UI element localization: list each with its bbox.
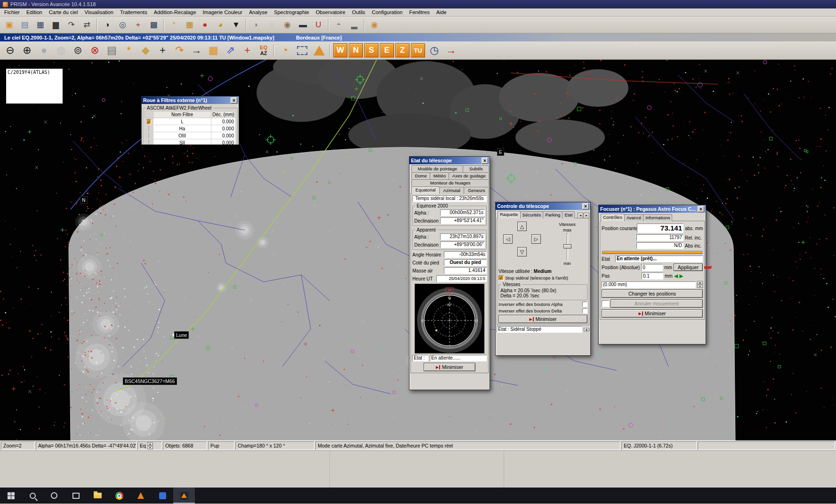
slider-thumb[interactable] [563,244,571,248]
expand-star-icon[interactable]: * [121,43,137,58]
minimize-button[interactable]: ▶ Minimiser [602,309,703,318]
tab-dome[interactable]: Dome [411,172,430,179]
zoom-in-icon[interactable]: ⊕ [19,43,35,58]
focuser-titlebar[interactable]: Focuser (n°1) : Pegasus Astro Focus C...… [599,205,706,213]
chart-icon[interactable]: ⇗ [223,43,238,58]
donut-icon[interactable]: ◕ [213,18,228,32]
tab-geneurs[interactable]: Geneurs [464,187,489,194]
zenith-button[interactable]: Z [395,43,410,57]
telescope-state-titlebar[interactable]: Etat du télescope × [410,157,490,164]
tab-parking[interactable]: Parking [543,211,563,218]
preview-monitor-icon[interactable]: ▦ [33,18,48,32]
map-window-titlebar[interactable]: Le ciel EQ.2000-1-1, Zoom=2, Alpha= 06h5… [0,33,836,41]
change-positions-button[interactable]: Changer les positions [602,289,703,298]
menu-analyse[interactable]: Analyse [246,8,271,16]
south-button[interactable]: S [364,43,378,57]
set-square-icon[interactable] [311,43,327,58]
menu-aide[interactable]: Aide [433,8,450,16]
rotate-icon[interactable]: ↷ [172,43,187,58]
open-file-icon[interactable]: ▣ [2,18,16,32]
globe-grid-icon[interactable]: ◍ [53,43,69,58]
close-icon[interactable]: × [231,97,237,104]
menu-configuration[interactable]: Configuration [369,8,406,16]
east-button[interactable]: E [380,43,394,57]
minimize-button[interactable]: ▶ Minimiser [498,315,587,323]
portrait-icon[interactable]: ◉ [367,18,382,32]
starburst-icon[interactable]: * [167,18,181,32]
cortana-icon[interactable] [43,488,65,504]
magnet-icon[interactable]: U [311,18,326,32]
step-right-arrow[interactable]: ▶ [679,273,683,279]
speed-slider[interactable] [563,233,572,260]
zoom-out-icon[interactable]: ⊖ [2,43,18,58]
contrast-icon[interactable]: ◑ [100,18,114,32]
preset-combo[interactable]: (0.000 mm) [602,281,696,288]
save-icon[interactable]: ▤ [17,18,32,32]
tab-meteo[interactable]: Météo [430,172,449,179]
prism-taskbar-icon[interactable] [173,488,195,504]
cubes-icon[interactable]: ▦ [182,18,197,32]
double-planet-icon[interactable]: ● [198,18,212,32]
task-view-icon[interactable] [65,488,87,504]
stop-sideral-checkbox[interactable]: ✓ [498,275,504,280]
menu-addition-recalage[interactable]: Addition-Recalage [151,8,200,16]
close-icon[interactable]: × [698,206,704,212]
menu-visualisation[interactable]: Visualisation [81,8,117,16]
close-icon[interactable]: × [582,203,589,209]
dome-icon[interactable]: ◓ [331,18,346,32]
tab-securites[interactable]: Sécurités [520,211,544,218]
grid-icon[interactable]: ▦ [206,43,221,58]
object-label-m66[interactable]: BSC45NGC3627=M66 [123,377,177,385]
wand-icon[interactable]: ◆ [138,43,153,58]
printer-icon[interactable]: ▤ [104,43,120,58]
center-field-icon[interactable]: + [155,43,170,58]
tab-equatorial[interactable]: Equatorial [411,186,440,194]
menu-traitements[interactable]: Traitements [117,8,151,16]
moon-label[interactable]: Lune [174,331,189,339]
cancel-move-button[interactable]: Annuler mouvement [611,299,703,308]
absolute-position-input[interactable] [641,264,663,271]
tab-azimutal[interactable]: Azimutal [439,187,465,194]
menu-outils[interactable]: Outils [349,8,369,16]
cloud-icon[interactable]: ◗ [249,18,264,32]
filter-row[interactable]: Ha 0.000 [145,125,236,132]
menu-spectrographie[interactable]: Spectrographie [271,8,313,16]
comet-info-box[interactable]: C/2019Y4(ATLAS) [6,68,63,104]
eq-spinner[interactable]: ▲▼ [147,442,153,449]
exit-arrow-icon[interactable]: → [443,43,459,58]
west-button[interactable]: W [333,43,347,57]
compress-icon[interactable]: + [240,43,255,58]
align-cross-icon[interactable]: + [131,18,145,32]
mirror-icon[interactable]: ⇄ [80,18,94,32]
magnifier-icon[interactable]: ◎ [115,18,130,32]
blue-app-icon[interactable] [152,488,173,504]
sphere-icon[interactable]: ● [36,43,52,58]
levels-icon[interactable]: ▂ [347,18,362,32]
tshirt-icon[interactable]: ▼ [229,18,243,32]
menu-fichier[interactable]: Fichier [1,8,23,16]
step-input[interactable] [642,272,663,280]
filter-wheel-titlebar[interactable]: Roue à Filtres externe (n°1) × [142,96,239,104]
north-button[interactable]: N [349,43,363,57]
filter-row[interactable]: SII 0.000 [145,139,236,145]
tab-informations[interactable]: Informations [643,214,672,221]
start-button[interactable] [0,488,22,504]
vlc-icon[interactable] [130,488,152,504]
compass-icon[interactable]: ◔ [277,43,293,58]
invert-alpha-checkbox[interactable] [582,302,587,307]
filter-row[interactable]: ✓ L 0.000 [145,118,236,125]
observatory-icon[interactable]: ◉ [280,18,295,32]
slew-down-button[interactable]: ▽ [517,247,527,256]
binoculars-icon[interactable]: ⊚ [70,43,86,58]
minimize-button[interactable]: ▶ Minimiser [424,363,475,371]
screen-icon[interactable]: ▩ [146,18,161,32]
filter-checkbox-ha[interactable] [149,126,150,132]
menu-fenetres[interactable]: Fenêtres [406,8,433,16]
tab-scroll-buttons[interactable]: ◄► [578,213,589,218]
slew-right-button[interactable]: ▷ [531,234,541,244]
search-icon[interactable] [22,488,43,504]
tab-subtils[interactable]: Subtils [463,165,489,172]
filter-checkbox-oiii[interactable] [149,133,150,139]
menu-imagerie-couleur[interactable]: Imagerie Couleur [200,8,246,16]
menu-carte-du-ciel[interactable]: Carte du ciel [46,8,81,16]
